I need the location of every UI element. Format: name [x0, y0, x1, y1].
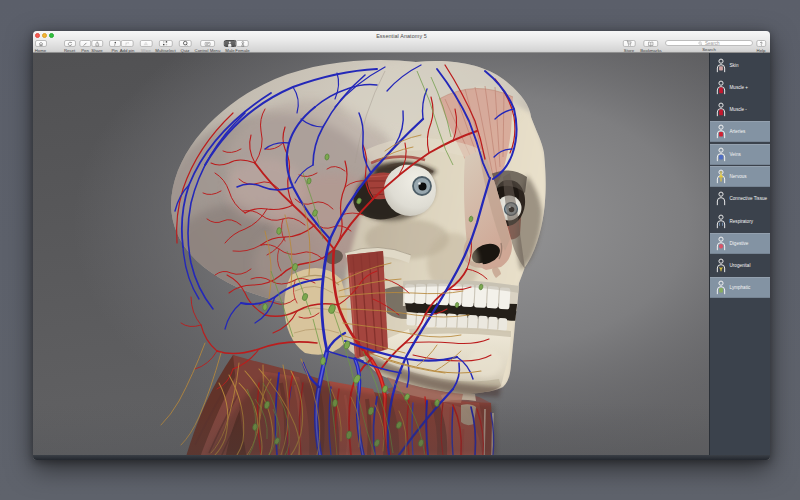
bookmarks-button[interactable]: [644, 40, 659, 47]
search-input[interactable]: Search: [665, 40, 753, 46]
sidebar-label-respiratory: Respiratory: [730, 219, 754, 224]
help-button[interactable]: [756, 40, 766, 47]
male-icon: [227, 41, 233, 47]
pen-icon: [82, 41, 88, 47]
muscle-plus-icon: [715, 80, 727, 95]
toolbar: Home Reset Pen: [33, 39, 770, 53]
bookmarks-icon: [648, 41, 655, 47]
anatomy-viewport[interactable]: [33, 53, 770, 460]
systems-sidebar: Skin Muscle + Muscle -: [709, 53, 770, 455]
sidebar-item-arteries[interactable]: Arteries: [710, 121, 770, 142]
arteries-icon: [715, 124, 727, 139]
sidebar-item-muscle-plus[interactable]: Muscle +: [710, 77, 770, 98]
sidebar-label-arteries: Arteries: [730, 129, 746, 134]
toolbar-item-add-pin: Add pin: [120, 39, 135, 53]
nervous-icon: [715, 169, 727, 184]
sidebar-label-urogenital: Urogenital: [730, 263, 751, 268]
home-button[interactable]: [35, 40, 47, 47]
sidebar-item-connective-tissue[interactable]: Connective Tissue: [710, 188, 770, 209]
multiselect-icon: [162, 40, 169, 47]
connective-tissue-icon: [715, 191, 727, 206]
anatomy-3d-model: [33, 53, 770, 460]
sidebar-item-muscle-minus[interactable]: Muscle -: [710, 99, 770, 120]
desktop-background: Essential Anatomy 5 Home: [0, 0, 800, 500]
female-button[interactable]: [236, 40, 249, 47]
toolbar-label-search: Search: [702, 47, 716, 52]
reset-button[interactable]: [64, 40, 76, 47]
multiselect-button[interactable]: [159, 40, 173, 47]
quiz-icon: [182, 40, 189, 47]
share-button[interactable]: [91, 40, 103, 47]
reset-icon: [67, 41, 73, 47]
sidebar-item-lymphatic[interactable]: Lymphatic: [710, 277, 770, 298]
app-window: Essential Anatomy 5 Home: [33, 31, 770, 460]
urogenital-icon: [715, 258, 727, 273]
sidebar-item-digestive[interactable]: Digestive: [710, 233, 770, 254]
sidebar-label-digestive: Digestive: [730, 241, 749, 246]
pin-icon: [112, 41, 118, 47]
add-pin-icon: [124, 41, 130, 47]
sidebar-item-veins[interactable]: Veins: [710, 144, 770, 165]
teeth: [401, 277, 519, 332]
control-menu-button[interactable]: [200, 40, 215, 47]
toolbar-item-quiz: Quiz: [179, 39, 192, 53]
toolbar-item-help: Help: [756, 39, 766, 53]
share-icon: [94, 41, 100, 47]
toolbar-item-female: Female: [235, 39, 249, 53]
sidebar-label-skin: Skin: [730, 63, 739, 68]
sidebar-item-urogenital[interactable]: Urogenital: [710, 255, 770, 276]
female-icon: [239, 41, 245, 47]
toolbar-item-search: Search Search: [665, 39, 753, 52]
sidebar-label-connective-tissue: Connective Tissue: [730, 196, 768, 201]
digestive-icon: [715, 236, 727, 251]
window-title: Essential Anatomy 5: [33, 33, 770, 39]
toolbar-item-wipe: Wipe: [140, 39, 153, 53]
store-icon: [626, 40, 633, 47]
lymphatic-icon: [715, 280, 727, 295]
skin-icon: [715, 58, 727, 73]
respiratory-icon: [715, 214, 727, 229]
quiz-button[interactable]: [179, 40, 192, 47]
chin-highlight: [468, 349, 502, 377]
help-icon: [758, 41, 764, 47]
wipe-icon: [143, 41, 149, 47]
sidebar-item-skin[interactable]: Skin: [710, 55, 770, 76]
sidebar-label-muscle-minus: Muscle -: [730, 107, 747, 112]
toolbar-item-store: Store: [623, 39, 636, 53]
toolbar-item-pen: Pen: [79, 39, 91, 53]
pin-button[interactable]: [109, 40, 121, 47]
toolbar-item-bookmarks: Bookmarks: [640, 39, 662, 53]
sidebar-item-nervous[interactable]: Nervous: [710, 166, 770, 187]
sidebar-label-veins: Veins: [730, 152, 741, 157]
sidebar-label-muscle-plus: Muscle +: [730, 85, 749, 90]
veins-icon: [715, 147, 727, 162]
control-menu-icon: [204, 41, 211, 47]
toolbar-item-pin: Pin: [109, 39, 121, 53]
search-icon: [698, 41, 703, 46]
add-pin-button[interactable]: [120, 40, 133, 47]
pen-button[interactable]: [79, 40, 91, 47]
viewport-bottom-strip: [33, 455, 770, 460]
muscle-minus-icon: [715, 102, 727, 117]
toolbar-item-multiselect: Multiselect: [155, 39, 175, 53]
toolbar-item-reset: Reset: [64, 39, 76, 53]
sidebar-item-respiratory[interactable]: Respiratory: [710, 211, 770, 232]
window-titlebar[interactable]: Essential Anatomy 5: [33, 31, 770, 39]
sidebar-label-nervous: Nervous: [730, 174, 747, 179]
sidebar-label-lymphatic: Lymphatic: [730, 285, 751, 290]
toolbar-item-control-menu: Control Menu: [195, 39, 221, 53]
toolbar-item-home: Home: [35, 39, 47, 53]
wipe-button[interactable]: [140, 40, 153, 47]
search-placeholder: Search: [705, 41, 720, 46]
home-icon: [38, 41, 44, 47]
toolbar-item-share: Share: [91, 39, 103, 53]
store-button[interactable]: [623, 40, 636, 47]
